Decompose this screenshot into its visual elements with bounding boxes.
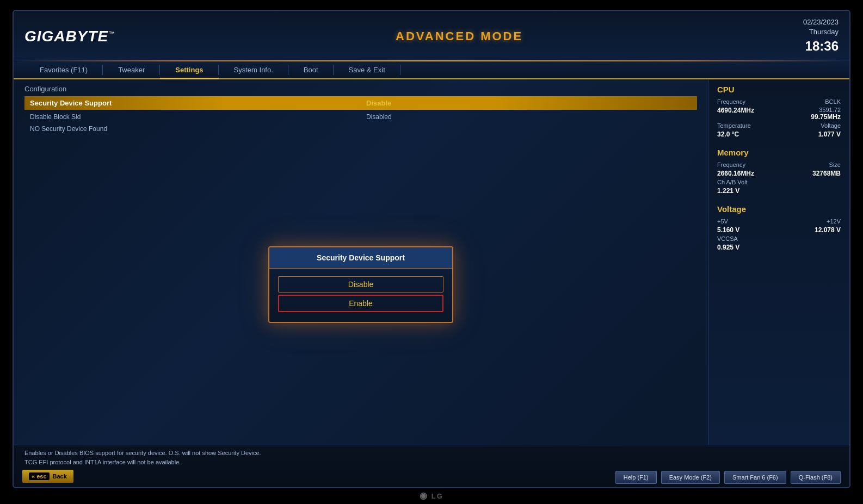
- date-text: 02/23/2023: [803, 18, 839, 26]
- bios-screen: GIGABYTE™ ADVANCED MODE 02/23/2023 Thurs…: [13, 10, 850, 488]
- cpu-volt-label: Voltage: [821, 122, 841, 129]
- content-area: Configuration Security Device Support Di…: [14, 79, 849, 488]
- volt-5v-value-row: 5.160 V 12.078 V: [717, 226, 841, 234]
- volt-vccsa-value: 0.925 V: [717, 244, 739, 251]
- popup-title-bar: Security Device Support: [269, 247, 452, 269]
- popup-overlay: Security Device Support Disable Enable: [14, 79, 708, 488]
- mem-chvolt-label: Ch A/B Volt: [717, 179, 748, 185]
- tab-favorites[interactable]: Favorites (F11): [24, 61, 103, 78]
- day-text: Thursday: [809, 28, 839, 36]
- cpu-freq-row: Frequency BCLK: [717, 98, 841, 105]
- title-center: ADVANCED MODE: [396, 29, 523, 43]
- cpu-temp-label: Temperature: [717, 122, 751, 129]
- cpu-temp-row: Temperature Voltage: [717, 122, 841, 129]
- tab-boot[interactable]: Boot: [288, 61, 334, 78]
- cpu-freq-value-row: 4690.24MHz 3591.72 99.75MHz: [717, 107, 841, 121]
- volt-5v-label: +5V: [717, 218, 728, 225]
- cpu-bclk-value: 99.75MHz: [811, 113, 841, 121]
- cpu-bclk-sub: 3591.72: [819, 107, 841, 113]
- mode-title: ADVANCED MODE: [396, 29, 523, 43]
- cpu-temp-value: 32.0 °C: [717, 130, 739, 138]
- datetime: 02/23/2023 Thursday 18:36: [803, 17, 839, 55]
- date-day: 02/23/2023 Thursday: [803, 17, 839, 37]
- memory-section-title: Memory: [717, 148, 841, 157]
- popup-option-disable[interactable]: Disable: [278, 276, 443, 293]
- mem-chvolt-value-row: 1.221 V: [717, 187, 841, 195]
- cpu-freq-value: 4690.24MHz: [717, 107, 754, 121]
- gigabyte-logo: GIGABYTE™: [24, 28, 115, 45]
- mem-freq-row: Frequency Size: [717, 161, 841, 168]
- cpu-freq-label: Frequency: [717, 98, 745, 105]
- voltage-section-title: Voltage: [717, 204, 841, 214]
- tab-saveexit[interactable]: Save & Exit: [334, 61, 400, 78]
- tab-sysinfo[interactable]: System Info.: [219, 61, 288, 78]
- nav-tabs: Favorites (F11) Tweaker Settings System …: [14, 61, 849, 79]
- cpu-volt-value: 1.077 V: [818, 130, 841, 138]
- logo-tm: ™: [108, 30, 115, 38]
- lg-monitor-logo: ◉ LG: [420, 490, 443, 501]
- popup-options: Disable Enable: [269, 269, 452, 322]
- logo-text: GIGABYTE: [24, 28, 108, 45]
- popup-option-enable[interactable]: Enable: [278, 295, 443, 312]
- header: GIGABYTE™ ADVANCED MODE 02/23/2023 Thurs…: [14, 11, 849, 60]
- volt-5v-value: 5.160 V: [717, 226, 739, 234]
- volt-vccsa-value-row: 0.925 V: [717, 244, 841, 251]
- right-panel: CPU Frequency BCLK 4690.24MHz 3591.72 99…: [708, 79, 849, 488]
- cpu-section-title: CPU: [717, 85, 841, 94]
- lg-logo-text: LG: [432, 492, 443, 500]
- mem-size-label: Size: [829, 161, 841, 168]
- voltage-section: Voltage +5V +12V 5.160 V 12.078 V VCCSA …: [717, 204, 841, 251]
- volt-vccsa-label: VCCSA: [717, 235, 738, 242]
- qflash-f8-button[interactable]: Q-Flash (F8): [791, 471, 841, 484]
- memory-section: Memory Frequency Size 2660.16MHz 32768MB…: [717, 148, 841, 195]
- volt-12v-value: 12.078 V: [815, 226, 841, 234]
- cpu-temp-value-row: 32.0 °C 1.077 V: [717, 130, 841, 138]
- volt-vccsa-row: VCCSA: [717, 235, 841, 242]
- tab-settings[interactable]: Settings: [160, 61, 218, 78]
- popup-dialog: Security Device Support Disable Enable: [268, 246, 453, 323]
- mem-chvolt-value: 1.221 V: [717, 187, 739, 195]
- cpu-section: CPU Frequency BCLK 4690.24MHz 3591.72 99…: [717, 85, 841, 138]
- cpu-bclk-label: BCLK: [825, 98, 841, 105]
- tab-tweaker[interactable]: Tweaker: [103, 61, 160, 78]
- mem-chvolt-row: Ch A/B Volt: [717, 179, 841, 185]
- left-panel: Configuration Security Device Support Di…: [14, 79, 708, 488]
- smart-fan-f6-button[interactable]: Smart Fan 6 (F6): [724, 471, 786, 484]
- volt-5v-row: +5V +12V: [717, 218, 841, 225]
- cpu-bclk-block: 3591.72 99.75MHz: [811, 107, 841, 121]
- volt-12v-label: +12V: [827, 218, 841, 225]
- mem-freq-value: 2660.16MHz: [717, 170, 754, 177]
- popup-title-text: Security Device Support: [317, 253, 405, 262]
- mem-size-value: 32768MB: [812, 170, 841, 177]
- mem-freq-value-row: 2660.16MHz 32768MB: [717, 170, 841, 177]
- time-text: 18:36: [803, 37, 839, 55]
- mem-freq-label: Frequency: [717, 161, 745, 168]
